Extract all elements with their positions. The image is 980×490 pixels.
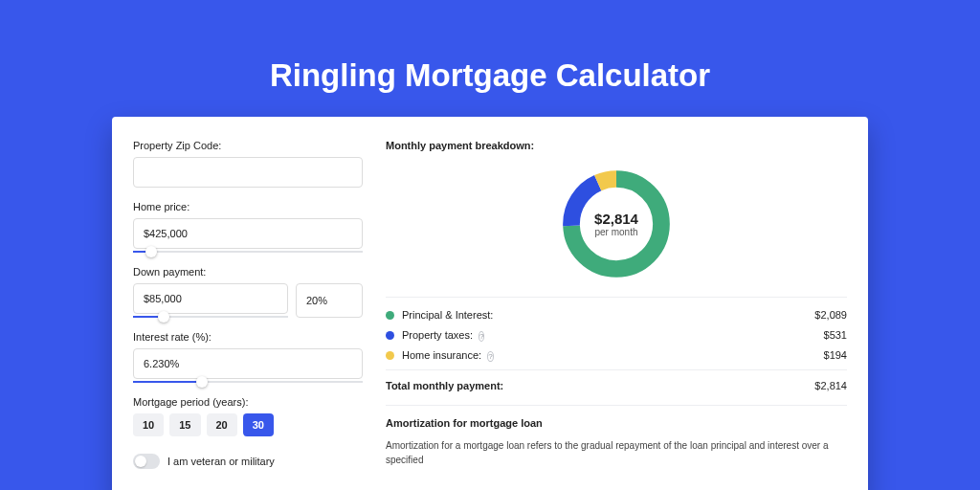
zip-input[interactable]	[133, 157, 363, 188]
amortization-paragraph: Amortization for a mortgage loan refers …	[386, 438, 847, 467]
down-payment-percent-input[interactable]	[296, 283, 363, 318]
down-payment-input[interactable]	[133, 283, 288, 314]
legend-item: Principal & Interest:$2,089	[386, 309, 847, 321]
veteran-toggle[interactable]	[133, 454, 160, 469]
zip-field-group: Property Zip Code:	[133, 140, 363, 188]
legend-dot-icon	[386, 331, 394, 340]
legend-label: Principal & Interest:	[402, 309, 814, 321]
amortization-section: Amortization for mortgage loan Amortizat…	[386, 405, 847, 467]
info-icon[interactable]: ?	[487, 351, 493, 362]
home-price-field-group: Home price:	[133, 201, 363, 253]
legend-value: $194	[824, 349, 847, 361]
legend-value: $531	[824, 329, 847, 341]
amortization-heading: Amortization for mortgage loan	[386, 417, 847, 429]
home-price-label: Home price:	[133, 201, 363, 212]
mortgage-period-field-group: Mortgage period (years): 10152030	[133, 396, 363, 436]
donut-chart: $2,814 per month	[386, 165, 847, 283]
down-payment-label: Down payment:	[133, 266, 363, 278]
legend-label: Property taxes:?	[402, 329, 824, 341]
mortgage-period-option-30[interactable]: 30	[243, 413, 274, 436]
interest-rate-slider[interactable]	[133, 381, 363, 383]
legend-label: Home insurance:?	[402, 349, 824, 361]
mortgage-period-option-10[interactable]: 10	[133, 413, 164, 436]
mortgage-period-option-15[interactable]: 15	[169, 413, 200, 436]
interest-rate-input[interactable]	[133, 348, 363, 379]
legend-value: $2,089	[814, 309, 847, 321]
legend-item: Property taxes:?$531	[386, 329, 847, 341]
info-icon[interactable]: ?	[479, 331, 484, 342]
slider-thumb[interactable]	[145, 246, 157, 257]
legend-total: Total monthly payment:$2,814	[386, 369, 847, 391]
interest-rate-field-group: Interest rate (%):	[133, 331, 363, 383]
form-panel: Property Zip Code: Home price: Down paym…	[133, 140, 363, 477]
page-title: Ringling Mortgage Calculator	[0, 0, 980, 117]
veteran-toggle-row: I am veteran or military	[133, 454, 363, 469]
down-payment-slider[interactable]	[133, 316, 288, 318]
mortgage-period-label: Mortgage period (years):	[133, 396, 363, 408]
legend-dot-icon	[386, 351, 394, 360]
slider-thumb[interactable]	[158, 311, 169, 323]
breakdown-panel: Monthly payment breakdown: $2,814 per mo…	[386, 140, 847, 477]
down-payment-field-group: Down payment:	[133, 266, 363, 318]
donut-center-sub: per month	[594, 227, 637, 237]
mortgage-period-option-20[interactable]: 20	[207, 413, 237, 436]
legend-dot-icon	[386, 311, 394, 320]
veteran-label: I am veteran or military	[167, 456, 275, 467]
slider-thumb[interactable]	[196, 376, 208, 388]
legend-item: Home insurance:?$194	[386, 349, 847, 361]
mortgage-period-segment: 10152030	[133, 413, 363, 436]
legend-total-value: $2,814	[814, 380, 847, 391]
donut-center-amount: $2,814	[594, 211, 638, 227]
breakdown-heading: Monthly payment breakdown:	[386, 140, 847, 151]
home-price-slider[interactable]	[133, 251, 363, 253]
calculator-card: Property Zip Code: Home price: Down paym…	[112, 117, 868, 490]
home-price-input[interactable]	[133, 218, 363, 249]
breakdown-legend: Principal & Interest:$2,089Property taxe…	[386, 297, 847, 391]
legend-total-label: Total monthly payment:	[386, 380, 814, 391]
interest-rate-label: Interest rate (%):	[133, 331, 363, 343]
zip-label: Property Zip Code:	[133, 140, 363, 151]
